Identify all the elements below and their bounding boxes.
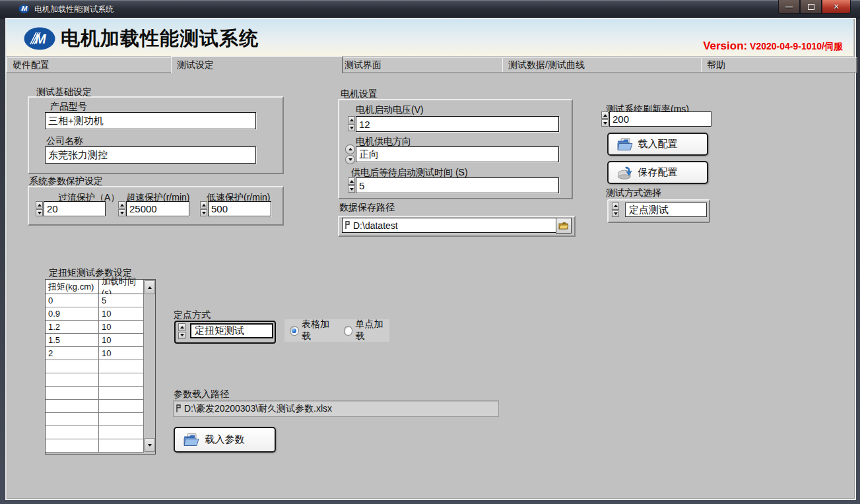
save-config-button[interactable]: 保存配置: [607, 161, 708, 184]
title-bar[interactable]: M 电机加载性能测试系统 — ✕: [0, 0, 860, 18]
up-arrow-icon: [202, 204, 206, 206]
test-mode-selector[interactable]: 定点测试: [607, 199, 710, 223]
table-cell[interactable]: [46, 413, 99, 425]
company-name-input[interactable]: 东莞张力测控: [45, 146, 256, 164]
radio-option[interactable]: 单点加载: [344, 319, 390, 342]
tab-5[interactable]: 帮助: [701, 57, 857, 72]
lowspeed-input[interactable]: 500: [208, 201, 271, 216]
spinner-down-button[interactable]: [348, 124, 355, 131]
wait-time-spinner: [348, 177, 355, 193]
version-text: Version: V2020-04-9-1010/伺服: [703, 40, 843, 53]
save-path-input[interactable]: D:\datatest: [342, 218, 557, 233]
table-row: 1.510: [46, 334, 155, 347]
radio-option[interactable]: 表格加载: [290, 319, 336, 342]
close-button[interactable]: ✕: [822, 0, 851, 14]
scrollbar-down-button[interactable]: [145, 438, 155, 452]
refresh-rate-input[interactable]: 200: [609, 111, 711, 127]
load-mode-radio-group: 表格加载单点加载: [284, 319, 389, 342]
titlebar-gloss: [0, 0, 860, 1]
table-cell[interactable]: 10: [99, 321, 147, 333]
table-row: 1.210: [46, 321, 155, 334]
spinner-down-button[interactable]: [348, 185, 355, 193]
table-cell[interactable]: [46, 360, 99, 373]
path-glyph-icon: [345, 221, 350, 230]
maximize-button[interactable]: [800, 0, 822, 14]
point-mode-value[interactable]: 定扭矩测试: [190, 323, 273, 338]
spinner-up-button[interactable]: [601, 111, 609, 119]
load-params-button[interactable]: 载入参数: [174, 427, 276, 453]
torque-table: 扭矩(kg.cm) 加载时间(s) 050.9101.2101.510210: [45, 279, 156, 455]
tab-2[interactable]: 测试设定: [171, 56, 343, 73]
table-cell[interactable]: [46, 426, 99, 439]
down-arrow-icon: [180, 334, 184, 336]
down-arrow-icon: [38, 212, 42, 214]
table-cell[interactable]: 0: [46, 294, 99, 307]
spinner-down-button[interactable]: [601, 119, 609, 127]
spinner-up-button[interactable]: [200, 201, 207, 208]
load-config-button[interactable]: 载入配置: [607, 133, 708, 156]
point-mode-selector[interactable]: 定扭矩测试: [174, 321, 276, 344]
table-cell[interactable]: 2: [46, 347, 99, 360]
table-cell[interactable]: [99, 360, 147, 373]
table-cell[interactable]: [46, 439, 99, 452]
spinner-up-button[interactable]: [345, 144, 355, 154]
table-cell[interactable]: 0.9: [46, 307, 99, 320]
tab-4[interactable]: 测试数据/测试曲线: [502, 57, 707, 72]
test-mode-value[interactable]: 定点测试: [625, 203, 707, 217]
spinner-up-button[interactable]: [118, 201, 125, 208]
spinner-down-button[interactable]: [118, 209, 125, 216]
minimize-button[interactable]: —: [778, 0, 800, 14]
table-cell[interactable]: [99, 373, 147, 386]
save-icon: [617, 166, 634, 180]
spinner-down-button[interactable]: [200, 209, 207, 216]
table-cell[interactable]: 10: [99, 334, 147, 346]
table-scrollbar[interactable]: [143, 280, 155, 453]
table-cell[interactable]: 10: [99, 347, 147, 360]
overspeed-spinner: [118, 201, 125, 216]
spinner-up-button[interactable]: [348, 177, 355, 185]
spinner-down-button[interactable]: [178, 332, 185, 340]
table-cell[interactable]: [99, 426, 147, 439]
table-cell[interactable]: [46, 387, 99, 399]
product-model-label: 产品型号: [50, 101, 87, 113]
overspeed-input[interactable]: 25000: [126, 201, 189, 216]
application-window: M 电机加载性能测试系统 — ✕ M 电机加载性能测试系统 Version: V…: [0, 0, 860, 504]
tab-3[interactable]: 测试界面: [339, 57, 508, 72]
radio-selected-icon[interactable]: [290, 326, 299, 336]
spinner-up-button[interactable]: [36, 201, 43, 208]
table-cell[interactable]: 10: [99, 307, 147, 320]
spinner-up-button[interactable]: [178, 323, 185, 331]
scrollbar-up-button[interactable]: [145, 280, 155, 294]
spinner-down-button[interactable]: [612, 210, 619, 218]
param-path-display[interactable]: D:\豪发20200303\耐久测试参数.xlsx: [173, 400, 499, 417]
table-cell[interactable]: [46, 373, 99, 386]
table-cell[interactable]: [99, 387, 147, 399]
down-arrow-icon: [120, 212, 124, 214]
browse-folder-icon: [558, 222, 569, 230]
spinner-up-button[interactable]: [612, 203, 619, 210]
point-mode-spinner: [178, 323, 185, 339]
save-path-text: D:\datatest: [353, 220, 398, 231]
overcurrent-input[interactable]: 20: [44, 201, 106, 216]
table-cell[interactable]: [99, 439, 147, 452]
save-config-label: 保存配置: [638, 166, 678, 179]
table-cell[interactable]: 5: [99, 294, 147, 307]
table-cell[interactable]: [46, 400, 99, 412]
table-cell[interactable]: [99, 400, 147, 412]
table-cell[interactable]: [99, 413, 147, 425]
supply-direction-value[interactable]: 正向: [356, 146, 559, 162]
table-row: [46, 373, 155, 387]
tab-label: 硬件配置: [13, 59, 50, 71]
browse-button[interactable]: [556, 218, 572, 234]
spinner-down-button[interactable]: [36, 209, 43, 216]
table-cell[interactable]: 1.5: [46, 334, 99, 346]
tab-1[interactable]: 硬件配置: [7, 57, 177, 72]
product-model-input[interactable]: 三相+测功机: [45, 112, 256, 129]
radio-unselected-icon[interactable]: [344, 326, 353, 336]
start-voltage-input[interactable]: 12: [356, 116, 559, 132]
spinner-up-button[interactable]: [348, 116, 355, 123]
folder-open-icon: [183, 433, 201, 447]
wait-time-input[interactable]: 5: [356, 177, 559, 193]
spinner-down-button[interactable]: [345, 155, 355, 165]
table-cell[interactable]: 1.2: [46, 321, 99, 333]
